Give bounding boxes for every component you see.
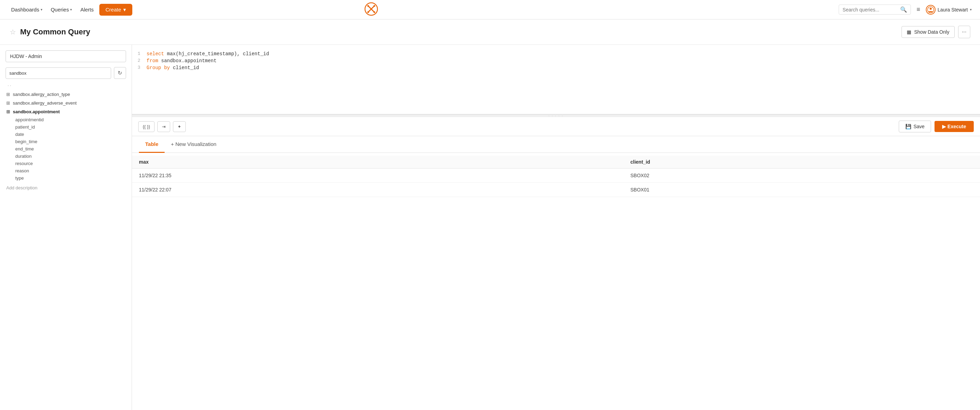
column-reason: reason <box>15 167 126 174</box>
schema-select-wrap: HJDW - Admin <box>6 50 126 62</box>
nav-right: 🔍 ≡ Laura Stewart ▾ <box>838 5 972 14</box>
refresh-button[interactable]: ↻ <box>114 67 126 79</box>
svg-point-0 <box>367 5 369 7</box>
results-area: Table + New Visualization max client_id … <box>132 136 980 410</box>
results-table: max client_id 11/29/22 21:35SBOX0211/29/… <box>132 156 980 197</box>
indent-button[interactable]: ⇥ <box>158 121 170 132</box>
schema-select[interactable]: HJDW - Admin <box>6 50 126 62</box>
dashboards-label: Dashboards <box>11 6 39 13</box>
cell-client-id: SBOX02 <box>624 169 980 183</box>
main-content: HJDW - Admin ↻ · · ⊞ sandbox.allergy_act… <box>0 45 980 410</box>
new-visualization-tab[interactable]: + New Visualization <box>165 136 223 153</box>
dashboards-nav[interactable]: Dashboards ▾ <box>8 0 45 19</box>
resize-handle[interactable]: · · · · · <box>132 114 980 117</box>
show-data-label: Show Data Only <box>914 29 949 35</box>
page-title: My Common Query <box>20 27 90 37</box>
column-end-time: end_time <box>15 145 126 153</box>
search-input[interactable] <box>843 7 898 13</box>
dashboards-chevron: ▾ <box>41 8 42 11</box>
table-name-appointment: sandbox.appointment <box>13 109 60 114</box>
queries-label: Queries <box>51 6 69 13</box>
sidebar: HJDW - Admin ↻ · · ⊞ sandbox.allergy_act… <box>0 45 132 410</box>
table-tab[interactable]: Table <box>139 136 165 153</box>
column-date: date <box>15 131 126 138</box>
create-button[interactable]: Create ▾ <box>99 4 132 16</box>
column-type: type <box>15 174 126 182</box>
svg-point-5 <box>930 8 932 10</box>
search-icon-button[interactable]: 🔍 <box>900 6 907 13</box>
query-area: 1 select max(hj_create_timestamp), clien… <box>132 45 980 410</box>
col-header-client-id: client_id <box>624 156 980 169</box>
schema-search-input[interactable] <box>6 67 111 79</box>
show-data-button[interactable]: ▦ Show Data Only <box>902 26 954 38</box>
results-tabs: Table + New Visualization <box>132 136 980 153</box>
search-schema-wrap: ↻ <box>6 67 126 79</box>
topnav: Dashboards ▾ Queries ▾ Alerts Create ▾ 🔍… <box>0 0 980 19</box>
line-num-3: 3 <box>132 65 146 70</box>
table-name-allergy-action-type: sandbox.allergy_action_type <box>13 92 70 97</box>
code-content-3: Group by client_id <box>146 65 199 70</box>
table-body: 11/29/22 21:35SBOX0211/29/22 22:07SBOX01 <box>132 169 980 197</box>
table-row: 11/29/22 22:07SBOX01 <box>132 183 980 197</box>
cell-client-id: SBOX01 <box>624 183 980 197</box>
alerts-nav[interactable]: Alerts <box>78 0 96 19</box>
code-line-1: 1 select max(hj_create_timestamp), clien… <box>132 50 980 57</box>
queries-nav[interactable]: Queries ▾ <box>48 0 75 19</box>
queries-chevron: ▾ <box>70 8 72 11</box>
line-num-2: 2 <box>132 58 146 63</box>
code-editor[interactable]: 1 select max(hj_create_timestamp), clien… <box>132 45 980 114</box>
star-tool-button[interactable]: ✦ <box>173 121 186 132</box>
search-box[interactable]: 🔍 <box>838 5 911 14</box>
svg-point-1 <box>373 5 375 7</box>
user-name: Laura Stewart <box>938 7 968 13</box>
title-area: ☆ My Common Query <box>10 27 90 37</box>
save-icon: 💾 <box>905 124 911 129</box>
save-label: Save <box>913 124 924 129</box>
save-button[interactable]: 💾 Save <box>899 121 931 132</box>
code-content-2: from sandbox.appointment <box>146 58 217 64</box>
table-grid-icon-2: ⊞ <box>6 101 10 105</box>
avatar <box>926 5 935 14</box>
table-item-appointment[interactable]: ⊞ sandbox.appointment <box>6 107 126 116</box>
user-menu[interactable]: Laura Stewart ▾ <box>926 5 972 14</box>
toolbar-left: {{ }} ⇥ ✦ <box>138 121 186 132</box>
user-menu-chevron: ▾ <box>970 8 972 11</box>
create-label: Create <box>105 6 121 13</box>
code-line-3: 3 Group by client_id <box>132 64 980 71</box>
filter-icon[interactable]: ≡ <box>916 6 920 13</box>
query-toolbar: {{ }} ⇥ ✦ 💾 Save ▶ Execute <box>132 117 980 136</box>
svg-point-3 <box>373 11 375 13</box>
add-description-link[interactable]: Add description <box>6 182 126 194</box>
favorite-icon[interactable]: ☆ <box>10 28 16 36</box>
execute-button[interactable]: ▶ Execute <box>934 121 974 132</box>
column-begin-time: begin_time <box>15 138 126 145</box>
execute-label: ▶ Execute <box>942 124 966 129</box>
create-chevron: ▾ <box>123 6 126 13</box>
code-line-2: 2 from sandbox.appointment <box>132 57 980 64</box>
toolbar-right: 💾 Save ▶ Execute <box>899 121 974 132</box>
table-header: max client_id <box>132 156 980 169</box>
schema-ellipsis: · · <box>6 82 126 90</box>
line-num-1: 1 <box>132 51 146 56</box>
cell-max: 11/29/22 22:07 <box>132 183 624 197</box>
header-actions: ▦ Show Data Only ··· <box>902 26 970 38</box>
table-item-allergy-adverse-event[interactable]: ⊞ sandbox.allergy_adverse_event <box>6 99 126 107</box>
column-appointmentid: appointmentid <box>15 116 126 123</box>
column-resource: resource <box>15 160 126 167</box>
table-grid-icon: ⊞ <box>6 92 10 97</box>
table-name-allergy-adverse-event: sandbox.allergy_adverse_event <box>13 101 77 105</box>
table-item-allergy-action-type[interactable]: ⊞ sandbox.allergy_action_type <box>6 90 126 99</box>
more-icon: ··· <box>962 29 966 35</box>
braces-button[interactable]: {{ }} <box>138 121 154 132</box>
table-row: 11/29/22 21:35SBOX02 <box>132 169 980 183</box>
cell-max: 11/29/22 21:35 <box>132 169 624 183</box>
svg-point-2 <box>367 11 369 13</box>
column-duration: duration <box>15 153 126 160</box>
more-options-button[interactable]: ··· <box>958 26 970 38</box>
table-small-icon: ▦ <box>907 29 911 35</box>
alerts-label: Alerts <box>80 6 94 13</box>
table-grid-icon-3: ⊞ <box>6 109 10 114</box>
col-header-max: max <box>132 156 624 169</box>
code-content-1: select max(hj_create_timestamp), client_… <box>146 51 269 57</box>
column-list: appointmentid patient_id date begin_time… <box>6 116 126 182</box>
